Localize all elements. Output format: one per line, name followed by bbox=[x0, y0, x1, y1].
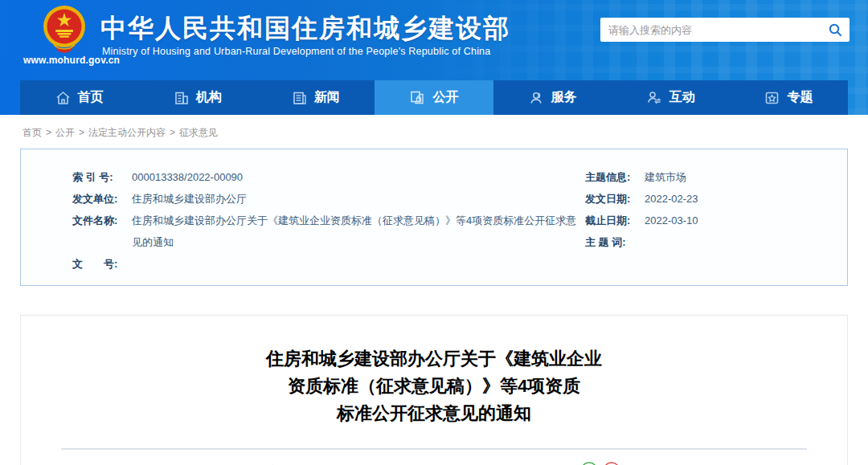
disclosure-icon bbox=[409, 90, 425, 105]
info-label: 发文日期: bbox=[585, 188, 641, 210]
info-value: 住房和城乡建设部办公厅 bbox=[132, 188, 247, 210]
info-row-document-name: 文件名称: 住房和城乡建设部办公厅关于《建筑业企业资质标准（征求意见稿）》等4项… bbox=[21, 210, 583, 253]
breadcrumb-separator: > bbox=[79, 127, 84, 138]
article-title-line: 住房和城乡建设部办公厅关于《建筑业企业 bbox=[21, 345, 847, 373]
document-info-box: 索 引 号: 000013338/2022-00090 发文单位: 住房和城乡建… bbox=[20, 149, 848, 286]
service-icon bbox=[528, 90, 544, 105]
info-value: 2022-02-23 bbox=[645, 188, 698, 210]
home-icon bbox=[55, 91, 71, 105]
info-value: 000013338/2022-00090 bbox=[132, 166, 243, 188]
info-label: 截止日期: bbox=[585, 210, 641, 231]
breadcrumb-separator: > bbox=[46, 127, 51, 138]
interaction-icon bbox=[646, 90, 662, 105]
site-title-chinese: 中华人民共和国住房和城乡建设部 bbox=[100, 11, 510, 47]
search-icon bbox=[828, 22, 842, 37]
header-inner: www.mohurd.gov.cn 中华人民共和国住房和城乡建设部 Minist… bbox=[20, 0, 848, 80]
info-row-issuing-unit: 发文单位: 住房和城乡建设部办公厅 bbox=[21, 188, 583, 210]
breadcrumb-item-solicitation[interactable]: 征求意见 bbox=[179, 127, 218, 138]
title-divider bbox=[61, 448, 807, 450]
nav-item-label: 机构 bbox=[196, 89, 222, 106]
wechat-share-icon[interactable] bbox=[580, 462, 598, 465]
search-box bbox=[600, 18, 850, 42]
nav-item-label: 互动 bbox=[669, 89, 695, 106]
nav-item-topic[interactable]: 专题 bbox=[730, 80, 848, 115]
info-label: 发文单位: bbox=[72, 188, 129, 210]
info-column-right: 主题信息: 建筑市场 发文日期: 2022-02-23 截止日期: 2022-0… bbox=[583, 166, 847, 275]
weibo-share-icon[interactable] bbox=[603, 462, 620, 465]
nav-item-label: 服务 bbox=[551, 89, 577, 106]
info-row-deadline-date: 截止日期: 2022-03-10 bbox=[583, 210, 847, 231]
breadcrumb-separator: > bbox=[170, 127, 175, 138]
info-row-topic-info: 主题信息: 建筑市场 bbox=[583, 166, 847, 188]
nav-item-label: 公开 bbox=[432, 89, 458, 106]
article-content-box: 住房和城乡建设部办公厅关于《建筑业企业 资质标准（征求意见稿）》等4项资质 标准… bbox=[20, 315, 848, 465]
breadcrumb-item-home[interactable]: 首页 bbox=[23, 127, 42, 138]
main-nav: 首页 机构 新闻 bbox=[20, 80, 848, 115]
article-title-line: 资质标准（征求意见稿）》等4项资质 bbox=[21, 373, 847, 400]
nav-item-disclosure[interactable]: 公开 bbox=[375, 80, 493, 115]
info-label: 文件名称: bbox=[72, 210, 129, 253]
info-column-left: 索 引 号: 000013338/2022-00090 发文单位: 住房和城乡建… bbox=[21, 166, 583, 275]
info-label: 文 号: bbox=[72, 253, 129, 275]
info-row-document-number: 文 号: bbox=[21, 253, 583, 275]
info-row-issue-date: 发文日期: 2022-02-23 bbox=[583, 188, 847, 210]
info-row-index-number: 索 引 号: 000013338/2022-00090 bbox=[21, 166, 583, 188]
nav-item-label: 首页 bbox=[78, 89, 104, 106]
breadcrumb-item-statutory-content[interactable]: 法定主动公开内容 bbox=[88, 127, 166, 138]
info-value: 住房和城乡建设部办公厅关于《建筑业企业资质标准（征求意见稿）》等4项资质标准公开… bbox=[132, 210, 583, 253]
share-icons bbox=[580, 462, 620, 465]
topic-icon bbox=[764, 91, 780, 105]
site-title-english: Ministry of Housing and Urban-Rural Deve… bbox=[102, 46, 490, 57]
nav-item-label: 专题 bbox=[787, 89, 813, 106]
article-meta-bar: 选择字体：[大 - 中 - 小] 发布时间： 2022-02-25 09:19:… bbox=[21, 462, 847, 465]
organization-icon bbox=[174, 91, 189, 105]
nav-item-service[interactable]: 服务 bbox=[493, 80, 612, 115]
nav-item-interaction[interactable]: 互动 bbox=[612, 80, 730, 115]
search-input[interactable] bbox=[600, 18, 821, 42]
search-button[interactable] bbox=[821, 18, 850, 42]
nav-item-organization[interactable]: 机构 bbox=[138, 80, 256, 115]
breadcrumb-item-disclosure[interactable]: 公开 bbox=[55, 127, 75, 138]
nav-item-home[interactable]: 首页 bbox=[20, 80, 138, 115]
article-title-line: 标准公开征求意见的通知 bbox=[21, 400, 847, 427]
article-title: 住房和城乡建设部办公厅关于《建筑业企业 资质标准（征求意见稿）》等4项资质 标准… bbox=[21, 345, 847, 427]
info-label: 主题信息: bbox=[585, 166, 641, 188]
info-value: 建筑市场 bbox=[645, 166, 686, 188]
news-icon bbox=[292, 91, 307, 105]
info-label: 主 题 词: bbox=[585, 231, 641, 253]
info-row-keywords: 主 题 词: bbox=[583, 231, 847, 253]
nav-item-label: 新闻 bbox=[314, 89, 340, 106]
nav-item-news[interactable]: 新闻 bbox=[256, 80, 375, 115]
info-value: 2022-03-10 bbox=[645, 210, 698, 231]
info-label: 索 引 号: bbox=[72, 166, 129, 188]
national-emblem-logo bbox=[43, 5, 86, 53]
site-header: www.mohurd.gov.cn 中华人民共和国住房和城乡建设部 Minist… bbox=[0, 0, 868, 115]
breadcrumb: 首页>公开>法定主动公开内容>征求意见 bbox=[0, 115, 868, 149]
